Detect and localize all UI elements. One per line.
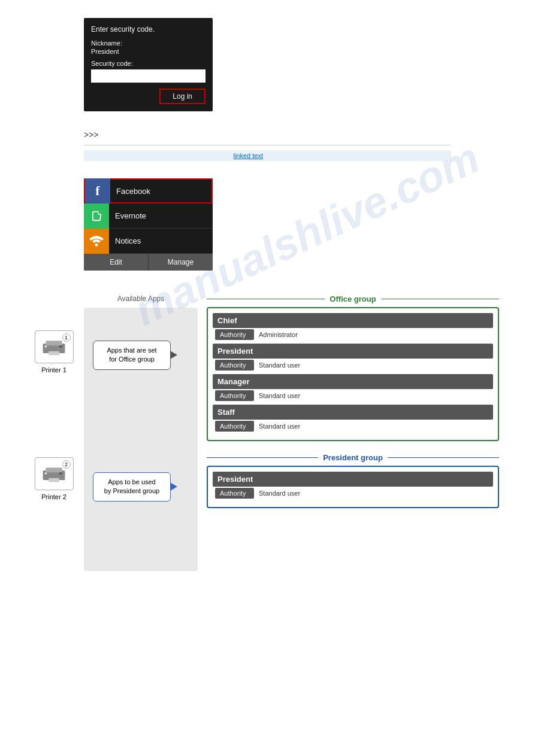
groups-column: Office group Chief Authority Administrat… [207, 294, 499, 520]
apps-section: f Facebook Evernote [0, 166, 535, 277]
chief-name: Chief [213, 313, 493, 328]
staff-authority-label: Authority [215, 421, 254, 432]
bubble-president: Apps to be usedby President group [93, 472, 171, 502]
code-label: Security code: [91, 60, 205, 67]
top-section: Enter security code. Nickname: President… [0, 0, 535, 123]
president-group-header: President group [207, 453, 499, 462]
printer-1-label: Printer 1 [41, 366, 67, 374]
facebook-label: Facebook [110, 187, 150, 196]
printer-2-icon: 2 [35, 457, 74, 490]
security-dialog: Enter security code. Nickname: President… [84, 18, 213, 111]
svg-rect-3 [49, 351, 59, 354]
svg-point-5 [45, 345, 47, 347]
manager-name: Manager [213, 374, 493, 389]
available-apps-box: Apps that are setfor Office group Apps t… [84, 308, 198, 571]
president-authority-row-office: Authority Standard user [213, 360, 493, 371]
manage-button[interactable]: Manage [149, 254, 213, 271]
office-group: Office group Chief Authority Administrat… [207, 294, 499, 441]
evernote-item[interactable]: Evernote [84, 204, 213, 229]
president-group-line-left [207, 457, 318, 458]
staff-authority-row: Authority Standard user [213, 421, 493, 432]
president-group-title: President group [318, 453, 388, 462]
bubble-office-wrap: Apps that are setfor Office group [93, 341, 171, 370]
svg-rect-4 [59, 345, 62, 347]
printer-2-num: 2 [62, 460, 71, 469]
note-text-line: linked text [84, 150, 451, 161]
staff-name: Staff [213, 405, 493, 420]
note-divider [84, 145, 451, 145]
notices-item[interactable]: Notices [84, 229, 213, 254]
staff-authority-value: Standard user [259, 423, 300, 430]
office-group-line-left [207, 299, 325, 299]
note-section: >>> linked text [0, 123, 535, 166]
president-authority-label-group: Authority [215, 488, 254, 499]
office-group-box: Chief Authority Administrator President … [207, 307, 499, 441]
evernote-label: Evernote [109, 211, 146, 220]
notices-label: Notices [109, 236, 141, 245]
bubble-office-text: Apps that are setfor Office group [107, 347, 156, 363]
president-member-office: President Authority Standard user [213, 344, 493, 371]
manager-authority-row: Authority Standard user [213, 390, 493, 401]
staff-member: Staff Authority Standard user [213, 405, 493, 432]
printers-column: 1 Printer 1 2 [30, 294, 78, 500]
note-link[interactable]: linked text [233, 152, 263, 159]
svg-rect-7 [46, 467, 62, 472]
app-action-buttons: Edit Manage [84, 254, 213, 271]
facebook-icon: f [85, 178, 110, 204]
manager-authority-value: Standard user [259, 392, 300, 399]
available-apps-label: Available Apps [84, 294, 198, 303]
office-group-title: Office group [325, 294, 380, 303]
evernote-icon [84, 204, 109, 229]
note-arrow: >>> [84, 130, 99, 139]
president-authority-row-group: Authority Standard user [213, 488, 493, 499]
bubble-office-arrow [170, 351, 177, 359]
president-authority-value-office: Standard user [259, 362, 300, 369]
chief-authority-value: Administrator [259, 331, 298, 338]
president-group: President group President Authority Stan… [207, 453, 499, 508]
president-authority-label-office: Authority [215, 360, 254, 371]
bubble-office: Apps that are setfor Office group [93, 341, 171, 370]
nickname-label: Nickname: [91, 40, 205, 47]
printer-1-icon: 1 [35, 330, 74, 363]
svg-rect-2 [46, 341, 62, 345]
printer-1-num: 1 [62, 333, 71, 342]
president-authority-value-group: Standard user [259, 490, 300, 497]
printer-2-label: Printer 2 [41, 493, 67, 500]
bubble-president-wrap: Apps to be usedby President group [93, 472, 171, 502]
svg-point-10 [45, 472, 47, 474]
dialog-title: Enter security code. [91, 25, 205, 34]
chief-authority-row: Authority Administrator [213, 329, 493, 340]
president-group-line-right [388, 457, 499, 458]
login-button[interactable]: Log in [159, 89, 205, 104]
printer-1-box: 1 Printer 1 [30, 330, 78, 374]
president-name-office: President [213, 344, 493, 359]
edit-button[interactable]: Edit [84, 254, 149, 271]
president-group-box: President Authority Standard user [207, 466, 499, 508]
president-member-group: President Authority Standard user [213, 472, 493, 499]
svg-point-0 [95, 243, 98, 246]
chief-member: Chief Authority Administrator [213, 313, 493, 340]
diagram-section: 1 Printer 1 2 [0, 277, 535, 589]
manager-authority-label: Authority [215, 390, 254, 401]
facebook-item[interactable]: f Facebook [84, 178, 213, 204]
svg-rect-8 [49, 478, 59, 481]
nickname-value: President [91, 48, 205, 55]
office-group-line-right [381, 299, 499, 299]
chief-authority-label: Authority [215, 329, 254, 340]
bubble-president-text: Apps to be usedby President group [104, 478, 159, 494]
printer-2-box: 2 Printer 2 [30, 457, 78, 500]
security-code-input[interactable] [91, 69, 205, 83]
apps-panel: f Facebook Evernote [84, 178, 213, 271]
bubble-president-arrow [170, 482, 177, 491]
president-name-group: President [213, 472, 493, 487]
available-apps-column: Available Apps Apps that are setfor Offi… [84, 294, 198, 571]
office-group-header: Office group [207, 294, 499, 303]
notices-icon [84, 229, 109, 254]
svg-rect-9 [59, 472, 62, 474]
manager-member: Manager Authority Standard user [213, 374, 493, 401]
note-content [89, 152, 233, 159]
